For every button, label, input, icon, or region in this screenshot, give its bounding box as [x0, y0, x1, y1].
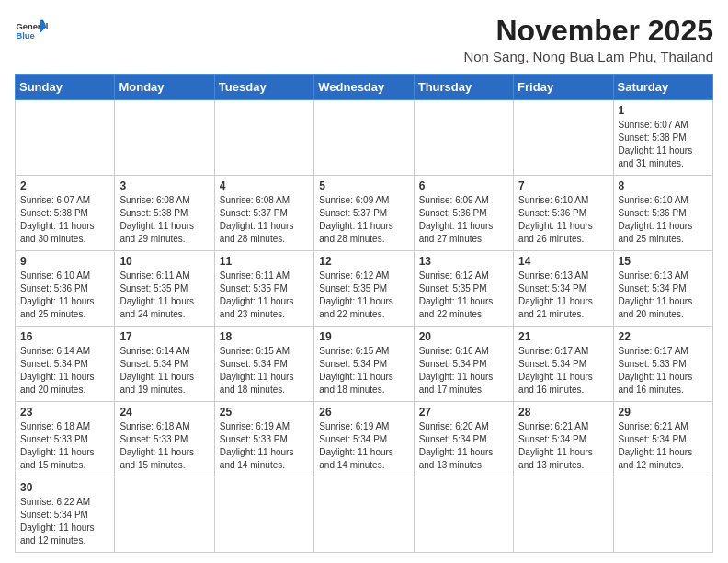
day-number: 17 — [119, 330, 209, 343]
day-info: Sunrise: 6:17 AM Sunset: 5:34 PM Dayligh… — [518, 345, 608, 396]
day-number: 21 — [518, 330, 608, 343]
day-info: Sunrise: 6:18 AM Sunset: 5:33 PM Dayligh… — [20, 420, 109, 472]
calendar-cell: 21Sunrise: 6:17 AM Sunset: 5:34 PM Dayli… — [514, 327, 613, 402]
calendar-cell — [115, 100, 214, 176]
day-info: Sunrise: 6:17 AM Sunset: 5:33 PM Dayligh… — [619, 345, 708, 396]
logo: General Blue — [15, 15, 48, 48]
day-number: 24 — [119, 406, 209, 419]
day-info: Sunrise: 6:10 AM Sunset: 5:36 PM Dayligh… — [619, 194, 708, 246]
calendar-week-row: 1Sunrise: 6:07 AM Sunset: 5:38 PM Daylig… — [16, 100, 713, 176]
day-number: 1 — [619, 104, 708, 117]
calendar-cell: 9Sunrise: 6:10 AM Sunset: 5:36 PM Daylig… — [16, 251, 115, 327]
calendar-cell — [314, 100, 414, 176]
day-info: Sunrise: 6:19 AM Sunset: 5:34 PM Dayligh… — [319, 420, 408, 472]
calendar-cell: 13Sunrise: 6:12 AM Sunset: 5:35 PM Dayli… — [414, 251, 513, 327]
calendar-cell: 27Sunrise: 6:20 AM Sunset: 5:34 PM Dayli… — [414, 402, 513, 477]
calendar-cell — [613, 477, 712, 553]
calendar-cell: 14Sunrise: 6:13 AM Sunset: 5:34 PM Dayli… — [514, 251, 613, 327]
day-number: 7 — [518, 179, 608, 192]
day-number: 10 — [119, 255, 209, 268]
calendar-cell — [414, 477, 513, 553]
calendar-cell: 23Sunrise: 6:18 AM Sunset: 5:33 PM Dayli… — [16, 402, 115, 477]
calendar-cell: 2Sunrise: 6:07 AM Sunset: 5:38 PM Daylig… — [16, 176, 115, 251]
svg-text:Blue: Blue — [16, 31, 34, 40]
calendar-cell — [414, 100, 513, 176]
day-of-week-header: Thursday — [414, 75, 513, 100]
day-number: 9 — [20, 255, 109, 268]
calendar-cell: 29Sunrise: 6:21 AM Sunset: 5:34 PM Dayli… — [613, 402, 712, 477]
day-of-week-header: Sunday — [16, 75, 115, 100]
day-info: Sunrise: 6:12 AM Sunset: 5:35 PM Dayligh… — [319, 270, 408, 321]
calendar-cell: 8Sunrise: 6:10 AM Sunset: 5:36 PM Daylig… — [613, 176, 712, 251]
calendar-cell — [514, 477, 613, 553]
day-number: 3 — [119, 179, 209, 192]
day-info: Sunrise: 6:22 AM Sunset: 5:34 PM Dayligh… — [20, 496, 109, 547]
day-of-week-header: Wednesday — [314, 75, 414, 100]
calendar-cell: 11Sunrise: 6:11 AM Sunset: 5:35 PM Dayli… — [214, 251, 313, 327]
day-info: Sunrise: 6:21 AM Sunset: 5:34 PM Dayligh… — [619, 420, 708, 472]
page-header: General Blue November 2025 Non Sang, Non… — [15, 15, 713, 64]
calendar-week-row: 23Sunrise: 6:18 AM Sunset: 5:33 PM Dayli… — [16, 402, 713, 477]
day-number: 22 — [619, 330, 708, 343]
calendar-cell: 10Sunrise: 6:11 AM Sunset: 5:35 PM Dayli… — [115, 251, 214, 327]
calendar-cell: 26Sunrise: 6:19 AM Sunset: 5:34 PM Dayli… — [314, 402, 414, 477]
day-header-row: SundayMondayTuesdayWednesdayThursdayFrid… — [16, 75, 713, 100]
calendar-cell — [214, 100, 313, 176]
calendar-table: SundayMondayTuesdayWednesdayThursdayFrid… — [15, 74, 713, 553]
day-info: Sunrise: 6:21 AM Sunset: 5:34 PM Dayligh… — [518, 420, 608, 472]
location-subtitle: Non Sang, Nong Bua Lam Phu, Thailand — [463, 49, 713, 64]
day-of-week-header: Tuesday — [214, 75, 313, 100]
calendar-cell: 6Sunrise: 6:09 AM Sunset: 5:36 PM Daylig… — [414, 176, 513, 251]
day-info: Sunrise: 6:10 AM Sunset: 5:36 PM Dayligh… — [518, 194, 608, 246]
day-number: 18 — [220, 330, 309, 343]
calendar-cell: 15Sunrise: 6:13 AM Sunset: 5:34 PM Dayli… — [613, 251, 712, 327]
calendar-cell: 25Sunrise: 6:19 AM Sunset: 5:33 PM Dayli… — [214, 402, 313, 477]
day-number: 8 — [619, 179, 708, 192]
day-of-week-header: Saturday — [613, 75, 712, 100]
day-number: 2 — [20, 179, 109, 192]
calendar-cell: 12Sunrise: 6:12 AM Sunset: 5:35 PM Dayli… — [314, 251, 414, 327]
day-info: Sunrise: 6:13 AM Sunset: 5:34 PM Dayligh… — [619, 270, 708, 321]
month-year-title: November 2025 — [463, 15, 713, 47]
day-number: 14 — [518, 255, 608, 268]
day-info: Sunrise: 6:15 AM Sunset: 5:34 PM Dayligh… — [319, 345, 408, 396]
day-number: 15 — [619, 255, 708, 268]
day-number: 25 — [220, 406, 309, 419]
calendar-cell: 3Sunrise: 6:08 AM Sunset: 5:38 PM Daylig… — [115, 176, 214, 251]
day-info: Sunrise: 6:20 AM Sunset: 5:34 PM Dayligh… — [419, 420, 508, 472]
day-number: 23 — [20, 406, 109, 419]
calendar-cell: 1Sunrise: 6:07 AM Sunset: 5:38 PM Daylig… — [613, 100, 712, 176]
calendar-cell — [314, 477, 414, 553]
day-number: 29 — [619, 406, 708, 419]
calendar-cell: 16Sunrise: 6:14 AM Sunset: 5:34 PM Dayli… — [16, 327, 115, 402]
calendar-cell: 5Sunrise: 6:09 AM Sunset: 5:37 PM Daylig… — [314, 176, 414, 251]
day-number: 20 — [419, 330, 508, 343]
day-info: Sunrise: 6:07 AM Sunset: 5:38 PM Dayligh… — [20, 194, 109, 246]
day-number: 28 — [518, 406, 608, 419]
calendar-cell: 20Sunrise: 6:16 AM Sunset: 5:34 PM Dayli… — [414, 327, 513, 402]
day-number: 13 — [419, 255, 508, 268]
calendar-cell: 18Sunrise: 6:15 AM Sunset: 5:34 PM Dayli… — [214, 327, 313, 402]
day-info: Sunrise: 6:11 AM Sunset: 5:35 PM Dayligh… — [220, 270, 309, 321]
calendar-cell — [214, 477, 313, 553]
day-number: 6 — [419, 179, 508, 192]
calendar-cell — [16, 100, 115, 176]
calendar-week-row: 9Sunrise: 6:10 AM Sunset: 5:36 PM Daylig… — [16, 251, 713, 327]
day-info: Sunrise: 6:15 AM Sunset: 5:34 PM Dayligh… — [220, 345, 309, 396]
calendar-week-row: 30Sunrise: 6:22 AM Sunset: 5:34 PM Dayli… — [16, 477, 713, 553]
calendar-cell: 19Sunrise: 6:15 AM Sunset: 5:34 PM Dayli… — [314, 327, 414, 402]
day-info: Sunrise: 6:16 AM Sunset: 5:34 PM Dayligh… — [419, 345, 508, 396]
day-number: 12 — [319, 255, 408, 268]
calendar-cell — [514, 100, 613, 176]
day-number: 16 — [20, 330, 109, 343]
calendar-week-row: 16Sunrise: 6:14 AM Sunset: 5:34 PM Dayli… — [16, 327, 713, 402]
day-number: 30 — [20, 481, 109, 494]
day-number: 4 — [220, 179, 309, 192]
day-info: Sunrise: 6:12 AM Sunset: 5:35 PM Dayligh… — [419, 270, 508, 321]
calendar-cell: 17Sunrise: 6:14 AM Sunset: 5:34 PM Dayli… — [115, 327, 214, 402]
calendar-cell — [115, 477, 214, 553]
calendar-cell: 30Sunrise: 6:22 AM Sunset: 5:34 PM Dayli… — [16, 477, 115, 553]
day-info: Sunrise: 6:10 AM Sunset: 5:36 PM Dayligh… — [20, 270, 109, 321]
day-info: Sunrise: 6:11 AM Sunset: 5:35 PM Dayligh… — [119, 270, 209, 321]
day-number: 5 — [319, 179, 408, 192]
